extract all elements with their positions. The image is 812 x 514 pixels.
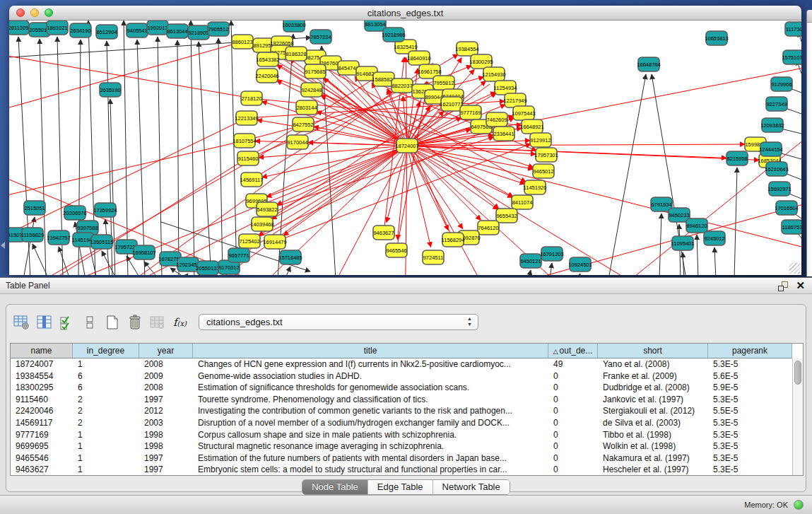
table-cell[interactable]: Wolkin et al. (1998) bbox=[598, 440, 708, 452]
tab-network-table[interactable]: Network Table bbox=[433, 480, 510, 494]
graph-edge[interactable] bbox=[414, 146, 726, 158]
network-window-titlebar[interactable]: citations_edges.txt bbox=[9, 6, 801, 21]
table-cell[interactable]: 5.9E-5 bbox=[708, 382, 792, 394]
table-row[interactable]: 1830029562008Estimation of significance … bbox=[11, 382, 803, 394]
unselect-all-rows-icon[interactable] bbox=[80, 313, 99, 332]
graph-edge[interactable] bbox=[407, 63, 801, 146]
table-cell[interactable]: 0 bbox=[548, 452, 598, 465]
graph-edge[interactable] bbox=[414, 148, 525, 184]
graph-edge[interactable] bbox=[33, 244, 49, 275]
table-cell[interactable]: 2009 bbox=[139, 370, 193, 382]
collapsed-panel-arrow-icon[interactable] bbox=[1, 242, 5, 249]
table-cell[interactable]: 0 bbox=[548, 417, 598, 429]
table-cell[interactable]: Investigating the contribution of common… bbox=[193, 405, 548, 417]
graph-edge[interactable] bbox=[403, 96, 406, 139]
column-header-title[interactable]: title bbox=[193, 344, 548, 358]
table-cell[interactable]: 5.3E-5 bbox=[708, 358, 792, 370]
table-cell[interactable]: 1998 bbox=[139, 429, 193, 441]
table-cell[interactable]: 2008 bbox=[139, 358, 193, 370]
graph-edge[interactable] bbox=[411, 151, 463, 228]
table-row[interactable]: 946554611997Estimation of the future num… bbox=[11, 452, 803, 465]
select-all-rows-icon[interactable] bbox=[57, 313, 76, 332]
table-cell[interactable]: Estimation of the future numbers of pati… bbox=[193, 452, 548, 465]
table-row[interactable]: 911546021997Tourette syndrome. Phenomeno… bbox=[11, 394, 803, 406]
graph-edge[interactable] bbox=[550, 263, 552, 275]
graph-edge[interactable] bbox=[9, 42, 242, 119]
table-cell[interactable]: 2008 bbox=[139, 382, 193, 394]
table-cell[interactable]: 5.3E-5 bbox=[708, 429, 792, 441]
table-cell[interactable]: Disruption of a novel member of a sodium… bbox=[193, 417, 548, 429]
graph-edge[interactable] bbox=[124, 21, 128, 275]
table-cell[interactable]: 0 bbox=[548, 382, 598, 394]
graph-edge[interactable] bbox=[257, 120, 400, 145]
network-canvas[interactable]: 1872400788601238912955182260589827503982… bbox=[9, 21, 801, 275]
table-cell[interactable]: 2 bbox=[73, 405, 139, 417]
table-cell[interactable]: 1 bbox=[73, 464, 139, 476]
table-row[interactable]: 946362711997Embryonic stem cells: a mode… bbox=[11, 464, 803, 476]
table-row[interactable]: 2242004622012Investigating the contribut… bbox=[11, 405, 803, 417]
float-window-icon[interactable] bbox=[778, 281, 788, 291]
table-cell[interactable]: 1997 bbox=[139, 464, 193, 476]
table-cell[interactable]: 5.3E-5 bbox=[708, 394, 792, 406]
table-cell[interactable]: Stergiakouli et al. (2012) bbox=[598, 405, 708, 417]
table-cell[interactable]: 9699695 bbox=[11, 440, 73, 452]
show-columns-icon[interactable] bbox=[35, 313, 54, 332]
column-header-short[interactable]: short bbox=[598, 344, 708, 358]
graph-edge[interactable] bbox=[578, 274, 580, 275]
column-header-out_de[interactable]: △out_de... bbox=[548, 344, 598, 358]
table-cell[interactable]: 2 bbox=[73, 394, 139, 406]
table-cell[interactable]: 5.5E-5 bbox=[708, 405, 792, 417]
column-header-name[interactable]: name bbox=[11, 344, 73, 358]
graph-edge[interactable] bbox=[277, 148, 401, 205]
table-cell[interactable]: 2003 bbox=[139, 417, 193, 429]
table-cell[interactable]: 5.3E-5 bbox=[708, 464, 792, 476]
table-cell[interactable]: 0 bbox=[548, 370, 598, 382]
table-cell[interactable]: Hescheler et al. (1997) bbox=[598, 464, 708, 476]
table-cell[interactable]: 0 bbox=[548, 440, 598, 452]
table-cell[interactable]: 22420046 bbox=[11, 405, 73, 417]
table-cell[interactable]: 9115460 bbox=[11, 394, 73, 406]
table-cell[interactable]: 2 bbox=[73, 417, 139, 429]
graph-edge[interactable] bbox=[608, 74, 646, 275]
tab-edge-table[interactable]: Edge Table bbox=[368, 480, 433, 494]
graph-edge[interactable] bbox=[697, 235, 698, 275]
table-cell[interactable]: Embryonic stem cells: a model to study s… bbox=[193, 464, 548, 476]
table-cell[interactable]: 9777169 bbox=[11, 429, 73, 441]
table-cell[interactable]: Estimation of significance thresholds fo… bbox=[193, 382, 548, 394]
table-cell[interactable]: 0 bbox=[548, 464, 598, 476]
table-cell[interactable]: Dudbridge et al. (2008) bbox=[598, 382, 708, 394]
table-cell[interactable]: 0 bbox=[548, 405, 598, 417]
column-header-pagerank[interactable]: pagerank bbox=[708, 344, 792, 358]
table-cell[interactable]: Genome-wide association studies in ADHD. bbox=[193, 370, 548, 382]
table-cell[interactable]: 9463627 bbox=[11, 464, 73, 476]
table-row[interactable]: 1456911722003Disruption of a novel membe… bbox=[11, 417, 803, 429]
graph-edge[interactable] bbox=[714, 247, 716, 275]
graph-edge[interactable] bbox=[137, 40, 145, 275]
graph-edge[interactable] bbox=[283, 150, 401, 235]
create-new-column-icon[interactable] bbox=[102, 313, 122, 332]
table-cell[interactable]: Franke et al. (2009) bbox=[598, 370, 708, 382]
table-cell[interactable]: Nakamura et al. (1997) bbox=[598, 452, 708, 465]
table-row[interactable]: 1938455462009Genome-wide association stu… bbox=[11, 370, 803, 382]
graph-edge[interactable] bbox=[407, 146, 504, 275]
table-row[interactable]: 1872400712008Changes of HCN gene express… bbox=[11, 358, 803, 370]
function-builder-icon[interactable]: f(x) bbox=[170, 313, 189, 332]
graph-edge[interactable] bbox=[529, 270, 531, 275]
minimize-window-button[interactable] bbox=[30, 8, 39, 17]
table-cell[interactable]: 5.3E-5 bbox=[708, 417, 792, 429]
table-cell[interactable]: 1997 bbox=[139, 452, 193, 465]
table-cell[interactable]: de Silva et al. (2003) bbox=[598, 417, 708, 429]
table-row[interactable]: 969969511998Structural magnetic resonanc… bbox=[11, 440, 803, 452]
table-cell[interactable]: 1 bbox=[73, 429, 139, 441]
graph-edge[interactable] bbox=[158, 37, 162, 275]
close-window-button[interactable] bbox=[16, 8, 25, 17]
table-cell[interactable]: 1998 bbox=[139, 440, 193, 452]
table-cell[interactable]: 5.3E-5 bbox=[708, 440, 792, 452]
graph-edge[interactable] bbox=[414, 144, 745, 146]
table-cell[interactable]: 14569117 bbox=[11, 417, 73, 429]
table-cell[interactable]: Changes of HCN gene expression and I(f) … bbox=[193, 358, 548, 370]
table-cell[interactable]: 49 bbox=[548, 358, 598, 370]
table-cell[interactable]: Yano et al. (2008) bbox=[598, 358, 708, 370]
graph-edge[interactable] bbox=[183, 274, 188, 275]
table-cell[interactable]: 9465546 bbox=[11, 452, 73, 465]
